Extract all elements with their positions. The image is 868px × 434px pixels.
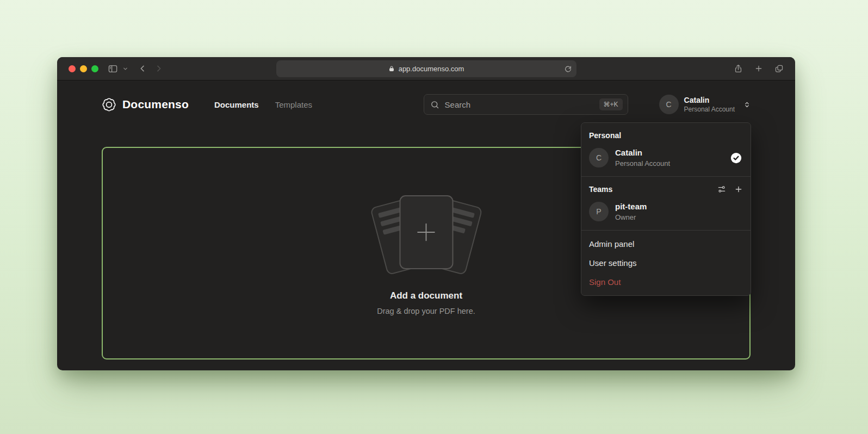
personal-section: Personal C Catalin Personal Account <box>581 123 751 176</box>
menu-item-user-settings[interactable]: User settings <box>581 253 751 272</box>
menu-item-admin-panel[interactable]: Admin panel <box>581 234 751 253</box>
chevrons-up-down-icon <box>743 101 751 109</box>
search-input[interactable]: Search ⌘+K <box>424 94 628 115</box>
personal-heading: Personal <box>581 127 751 144</box>
nav-documents[interactable]: Documents <box>214 100 259 109</box>
browser-window: app.documenso.com <box>57 57 795 370</box>
search-icon <box>430 100 439 109</box>
address-bar[interactable]: app.documenso.com <box>276 60 576 77</box>
personal-avatar: C <box>589 148 609 168</box>
personal-sub: Personal Account <box>615 159 724 168</box>
account-menu-trigger[interactable]: C Catalin Personal Account <box>659 95 751 114</box>
share-icon[interactable] <box>734 64 743 73</box>
add-team-icon[interactable] <box>734 185 743 194</box>
titlebar-right-actions <box>734 64 784 73</box>
menu-item-sign-out[interactable]: Sign Out <box>581 272 751 292</box>
nav-templates[interactable]: Templates <box>275 100 312 109</box>
documenso-seal-icon <box>102 97 116 112</box>
manage-teams-icon[interactable] <box>717 185 726 194</box>
selected-check-icon <box>730 152 742 164</box>
brand-name: Documenso <box>122 98 189 111</box>
dropzone-title: Add a document <box>390 290 462 301</box>
brand-logo[interactable]: Documenso <box>102 97 189 112</box>
back-button[interactable] <box>138 64 147 73</box>
traffic-lights <box>69 65 98 72</box>
dropzone-subtitle: Drag & drop your PDF here. <box>377 307 475 315</box>
app-header: Documenso Documents Templates Search ⌘+K… <box>57 80 795 128</box>
sidebar-toggle-icon[interactable] <box>108 64 118 74</box>
team-role: Owner <box>615 213 743 221</box>
zoom-window-button[interactable] <box>91 65 98 72</box>
new-tab-icon[interactable] <box>754 64 763 73</box>
search-placeholder: Search <box>445 100 594 109</box>
account-name: Catalin <box>684 96 735 105</box>
account-dropdown-menu: Personal C Catalin Personal Account Team… <box>581 122 751 296</box>
lock-icon <box>388 65 395 72</box>
teams-heading: Teams <box>581 181 620 197</box>
forward-button[interactable] <box>154 64 163 73</box>
menu-actions: Admin panel User settings Sign Out <box>581 231 751 295</box>
team-avatar: P <box>589 202 609 221</box>
search-shortcut-badge: ⌘+K <box>599 98 623 110</box>
sidebar-chevron-down-icon[interactable] <box>122 66 128 72</box>
personal-name: Catalin <box>615 148 724 158</box>
account-type: Personal Account <box>684 106 735 113</box>
primary-nav: Documents Templates <box>214 100 312 109</box>
account-texts: Catalin Personal Account <box>684 96 735 114</box>
close-window-button[interactable] <box>69 65 76 72</box>
address-url: app.documenso.com <box>399 65 464 73</box>
team-item[interactable]: P pit-team Owner <box>581 197 751 226</box>
plus-icon <box>414 220 439 245</box>
tab-overview-icon[interactable] <box>774 64 784 73</box>
document-card-center <box>399 195 453 269</box>
refresh-icon[interactable] <box>565 65 572 72</box>
teams-section: Teams P pit-team Owner <box>581 177 751 230</box>
minimize-window-button[interactable] <box>80 65 87 72</box>
team-name: pit-team <box>615 202 743 212</box>
user-avatar: C <box>659 95 679 114</box>
browser-titlebar: app.documenso.com <box>57 57 795 80</box>
stacked-documents-illustration <box>364 191 489 277</box>
personal-account-item[interactable]: C Catalin Personal Account <box>581 144 751 172</box>
